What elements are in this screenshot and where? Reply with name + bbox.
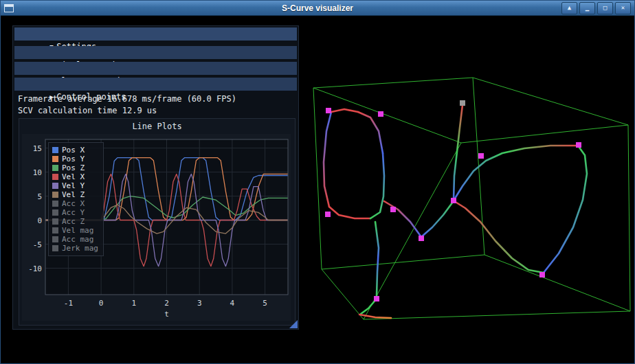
legend-item-pos-y[interactable]: Pos Y <box>52 155 98 163</box>
svg-text:2: 2 <box>164 299 169 308</box>
shade-button[interactable]: ▲ <box>561 2 577 14</box>
control-point <box>576 142 581 148</box>
svg-text:5: 5 <box>37 192 42 201</box>
svg-text:10: 10 <box>33 168 42 177</box>
svg-text:4: 4 <box>230 299 235 308</box>
control-point <box>419 236 424 241</box>
plot-title: Line Plots <box>19 122 295 131</box>
framerate-text: Framerate average 16.678 ms/frame (60.0 … <box>18 94 236 104</box>
legend-item-vel-y[interactable]: Vel Y <box>52 181 98 190</box>
scurve-trajectory <box>324 105 587 318</box>
header-planner-settings[interactable]: ▶Planner settings <box>14 62 297 75</box>
legend-label: Acc Z <box>62 217 85 226</box>
legend-swatch <box>52 147 58 153</box>
control-point <box>539 272 545 277</box>
legend-label: Acc mag <box>62 235 93 244</box>
legend-item-acc-y[interactable]: Acc Y <box>52 208 98 217</box>
legend-item-vel-x[interactable]: Vel X <box>52 172 98 181</box>
line-plots-child: Line Plots -1012345151050-5-10t Pos XPos… <box>19 118 296 326</box>
legend-swatch <box>52 165 58 171</box>
x-axis-label: t <box>164 310 169 319</box>
legend-label: Pos X <box>62 146 85 155</box>
legend-item-acc-mag[interactable]: Acc mag <box>52 235 98 244</box>
header-display-options[interactable]: ▶Display options <box>14 46 297 59</box>
maximize-button[interactable]: □ <box>597 2 613 14</box>
control-point <box>374 296 379 302</box>
control-point-markers[interactable] <box>325 100 581 302</box>
scv-time-text: SCV calculation time 12.9 us <box>18 106 157 115</box>
legend-item-pos-z[interactable]: Pos Z <box>52 163 98 172</box>
legend-item-jerk-mag[interactable]: Jerk mag <box>52 244 98 253</box>
app-window: S-Curve visualizer ▲ ▁ □ ✕ ▼Settings ▶Di… <box>0 0 635 364</box>
legend-label: Vel mag <box>62 226 93 235</box>
svg-text:3: 3 <box>197 299 202 308</box>
svg-text:15: 15 <box>33 144 42 153</box>
window-title: S-Curve visualizer <box>1 3 634 13</box>
legend-swatch <box>52 156 58 162</box>
control-point <box>451 198 456 203</box>
legend-label: Vel Z <box>62 190 85 199</box>
legend-swatch <box>52 218 58 225</box>
legend-label: Acc X <box>62 199 85 208</box>
svg-text:0: 0 <box>37 216 42 225</box>
svg-text:0: 0 <box>99 299 104 308</box>
titlebar-buttons: ▲ ▁ □ ✕ <box>561 2 631 14</box>
legend-swatch <box>52 174 58 180</box>
svg-text:1: 1 <box>131 299 136 308</box>
legend-item-acc-x[interactable]: Acc X <box>52 199 98 208</box>
legend-swatch <box>52 245 58 251</box>
legend-item-vel-mag[interactable]: Vel mag <box>52 226 98 235</box>
close-button[interactable]: ✕ <box>615 2 631 14</box>
legend-item-pos-x[interactable]: Pos X <box>52 146 98 155</box>
legend-label: Pos Y <box>62 155 85 163</box>
window-icon[interactable] <box>4 4 14 12</box>
header-control-points[interactable]: ▶Control points <box>14 78 297 91</box>
legend-swatch <box>52 236 58 242</box>
titlebar[interactable]: S-Curve visualizer ▲ ▁ □ ✕ <box>1 1 634 16</box>
control-point <box>378 111 383 117</box>
start-point <box>460 100 465 106</box>
svg-text:-10: -10 <box>28 264 42 273</box>
control-point <box>390 207 396 212</box>
control-point <box>325 212 331 217</box>
legend-swatch <box>52 201 58 207</box>
legend-swatch <box>52 227 58 234</box>
svg-text:5: 5 <box>263 299 267 308</box>
legend-swatch <box>52 183 58 189</box>
legend-swatch <box>52 209 58 216</box>
line-plot[interactable]: -1012345151050-5-10t Pos XPos YPos ZVel … <box>22 134 291 321</box>
legend-label: Jerk mag <box>62 244 98 253</box>
control-point <box>326 108 331 113</box>
settings-panel: ▼Settings ▶Display options ▶Planner sett… <box>12 25 299 330</box>
legend-label: Vel X <box>62 172 85 181</box>
plot-legend: Pos XPos YPos ZVel XVel YVel ZAcc XAcc Y… <box>48 142 104 256</box>
legend-label: Pos Z <box>62 163 85 172</box>
resize-grip[interactable] <box>289 320 298 328</box>
minimize-button[interactable]: ▁ <box>579 2 595 14</box>
control-point <box>478 153 484 159</box>
legend-label: Acc Y <box>62 208 85 217</box>
svg-text:-1: -1 <box>64 299 73 308</box>
legend-item-acc-z[interactable]: Acc Z <box>52 217 98 226</box>
legend-swatch <box>52 192 58 198</box>
legend-item-vel-z[interactable]: Vel Z <box>52 190 98 199</box>
legend-label: Vel Y <box>62 181 85 190</box>
svg-text:-5: -5 <box>33 240 42 249</box>
header-settings[interactable]: ▼Settings <box>14 27 297 41</box>
